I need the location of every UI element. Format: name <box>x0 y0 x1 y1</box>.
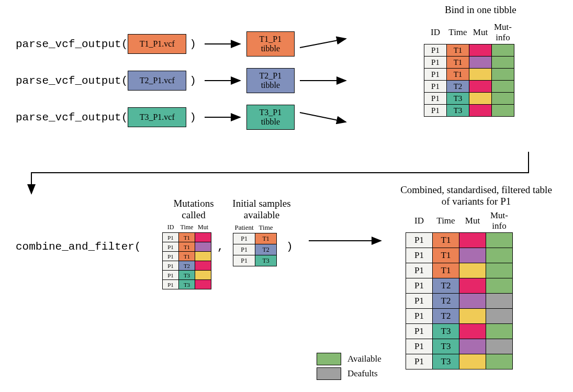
arrow-icon <box>304 236 387 246</box>
legend: Available Deafults <box>317 351 381 382</box>
samp-title: Initial samples available <box>225 198 298 221</box>
parse-func-label-2: parse_vcf_output( <box>16 75 128 87</box>
legend-available: Available <box>317 353 381 365</box>
vcf-file-1: T1_P1.vcf <box>128 34 186 54</box>
combine-filter-section: combine_and_filter( Mutations called IDT… <box>16 204 557 392</box>
arrow-icon <box>295 75 352 86</box>
parse-func-label-1: parse_vcf_output( <box>16 38 128 50</box>
svg-line-1 <box>300 39 346 48</box>
comma: , <box>217 241 224 253</box>
initial-samples-table: PatientTimeP1T1P1T2P1T3 <box>233 222 277 266</box>
close-paren-combine: ) <box>286 241 293 253</box>
swatch-defaults <box>317 367 341 380</box>
tibble-2: T2_P1tibble <box>246 68 295 93</box>
mutations-called-table: IDTimeMutP1T1P1T1P1T1P1T2P1T3P1T3 <box>162 222 211 289</box>
svg-line-5 <box>300 113 346 122</box>
close-paren-3: ) <box>189 111 196 124</box>
tibble-1: T1_P1tibble <box>246 31 295 57</box>
bound-tibble-table: IDTimeMutMut-infoP1T1P1T1P1T1P1T2P1T3P1T… <box>424 21 514 117</box>
close-paren-2: ) <box>189 75 196 87</box>
legend-defaults: Deafults <box>317 367 381 380</box>
bind-title: Bind in one tibble <box>445 4 516 16</box>
arrow-icon <box>295 109 352 125</box>
arrow-icon <box>199 112 246 122</box>
arrow-icon <box>295 36 352 52</box>
combine-func-label: combine_and_filter( <box>16 241 141 253</box>
final-table: IDTimeMutMut-infoP1T1P1T1P1T1P1T2P1T2P1T… <box>406 209 513 369</box>
vcf-file-3: T3_P1.vcf <box>128 107 186 127</box>
final-title: Combined, standardised, filtered table o… <box>398 184 555 207</box>
mut-title: Mutations called <box>162 198 225 221</box>
close-paren-1: ) <box>189 38 196 50</box>
parse-func-label-3: parse_vcf_output( <box>16 111 128 124</box>
parse-vcf-section: Bind in one tibble parse_vcf_output( T1_… <box>16 16 557 152</box>
arrow-icon <box>199 39 246 49</box>
vcf-file-2: T2_P1.vcf <box>128 71 186 91</box>
arrow-icon <box>199 75 246 86</box>
tibble-3: T3_P1tibble <box>246 105 295 130</box>
swatch-available <box>317 353 341 365</box>
